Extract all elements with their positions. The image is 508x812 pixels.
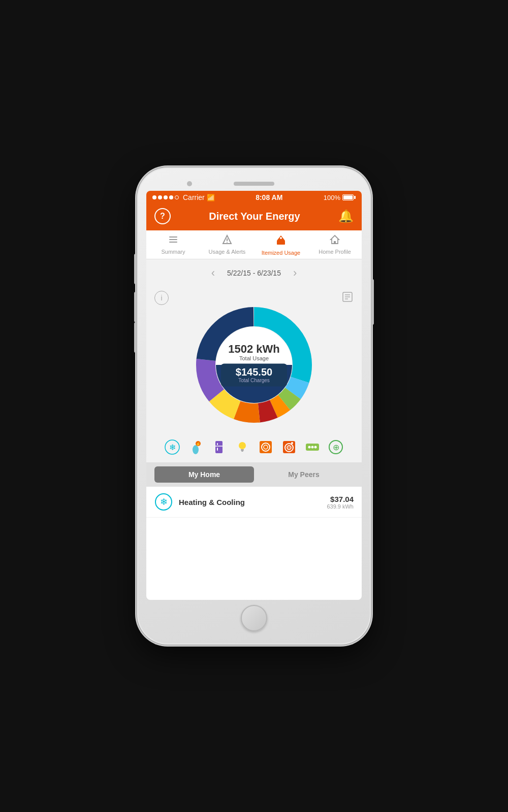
phone-screen: Carrier 📶 8:08 AM 100% ? Direct Your Ene… xyxy=(146,191,362,600)
tab-itemized-usage[interactable]: Itemized Usage xyxy=(254,230,308,259)
category-water-heater-icon[interactable]: ⚡ xyxy=(186,438,205,456)
total-dollars: $145.50 xyxy=(226,367,282,378)
my-home-tab[interactable]: My Home xyxy=(154,466,254,483)
battery-body xyxy=(342,194,354,200)
signal-dot-4 xyxy=(169,195,173,199)
donut-chart: 1502 kWh Total Usage $145.50 Total Charg… xyxy=(193,304,315,426)
signal-dot-5 xyxy=(175,195,179,199)
list-item-label: Heating & Cooling xyxy=(179,498,327,506)
prev-date-button[interactable]: ‹ xyxy=(207,264,219,282)
heating-cooling-icon: ❄ xyxy=(154,493,173,511)
home-button[interactable] xyxy=(241,605,267,631)
tab-summary-label: Summary xyxy=(161,249,185,255)
nav-tabs: Summary Usage & Alerts xyxy=(146,230,362,259)
notification-bell-button[interactable]: 🔔 xyxy=(338,209,354,223)
report-button[interactable] xyxy=(341,291,354,306)
battery-percent: 100% xyxy=(324,194,340,201)
category-ac-icon[interactable]: ❄ xyxy=(163,438,181,456)
itemized-usage-icon xyxy=(275,234,287,248)
info-button[interactable]: i xyxy=(154,291,169,305)
tab-home-profile-label: Home Profile xyxy=(319,249,351,255)
category-refrigerator-icon[interactable] xyxy=(210,438,228,456)
svg-point-48 xyxy=(311,446,314,449)
signal-dots xyxy=(152,195,179,199)
category-washer-icon[interactable] xyxy=(280,438,298,456)
summary-icon xyxy=(168,234,178,247)
phone-device: Carrier 📶 8:08 AM 100% ? Direct Your Ene… xyxy=(137,167,371,645)
svg-point-45 xyxy=(291,442,293,444)
next-date-button[interactable]: › xyxy=(289,264,301,282)
category-dryer-icon[interactable] xyxy=(257,438,275,456)
svg-point-8 xyxy=(280,237,282,239)
list-item-kwh: 639.9 kWh xyxy=(327,503,354,510)
total-kwh: 1502 kWh xyxy=(221,343,287,355)
usage-alerts-icon xyxy=(222,234,232,247)
total-usage-label: Total Usage xyxy=(221,356,287,362)
tab-itemized-label: Itemized Usage xyxy=(262,250,300,256)
svg-rect-10 xyxy=(334,241,336,244)
svg-point-5 xyxy=(227,242,228,243)
svg-text:❄: ❄ xyxy=(160,497,168,507)
svg-rect-34 xyxy=(217,443,218,445)
comparison-tabs: My Home My Peers xyxy=(146,462,362,487)
list-item-dollars: $37.04 xyxy=(327,495,354,503)
svg-point-49 xyxy=(314,446,317,449)
carrier-label: Carrier xyxy=(183,193,205,201)
svg-text:⊕: ⊕ xyxy=(333,443,339,452)
category-smart-strip-icon[interactable] xyxy=(303,438,322,456)
svg-text:⚡: ⚡ xyxy=(196,442,201,447)
list-item-value: $37.04 639.9 kWh xyxy=(327,495,354,510)
phone-camera xyxy=(187,181,192,186)
chart-area: i xyxy=(146,287,362,434)
date-range-bar: ‹ 5/22/15 - 6/23/15 › xyxy=(146,259,362,287)
signal-dot-2 xyxy=(158,195,162,199)
tab-home-profile[interactable]: Home Profile xyxy=(308,230,362,259)
total-charges-box: $145.50 Total Charges xyxy=(221,364,287,387)
phone-top-bar xyxy=(146,177,362,191)
category-ev-charger-icon[interactable]: ⊕ xyxy=(327,438,345,456)
status-bar: Carrier 📶 8:08 AM 100% xyxy=(146,191,362,204)
category-icons-row: ❄ ⚡ xyxy=(146,434,362,462)
app-header: ? Direct Your Energy 🔔 xyxy=(146,204,362,230)
svg-text:❄: ❄ xyxy=(169,443,176,452)
tab-usage-alerts[interactable]: Usage & Alerts xyxy=(200,230,254,259)
my-peers-tab[interactable]: My Peers xyxy=(254,466,354,483)
itemized-list: ❄ Heating & Cooling $37.04 639.9 kWh xyxy=(146,487,362,600)
svg-rect-38 xyxy=(241,451,243,452)
wifi-icon: 📶 xyxy=(207,194,215,201)
donut-center: 1502 kWh Total Usage $145.50 Total Charg… xyxy=(221,343,287,386)
svg-rect-2 xyxy=(169,242,177,243)
svg-rect-0 xyxy=(169,236,177,238)
signal-dot-1 xyxy=(152,195,156,199)
status-left: Carrier 📶 xyxy=(152,193,215,201)
battery-tip xyxy=(354,196,356,199)
battery-icon xyxy=(342,194,356,200)
category-lighting-icon[interactable] xyxy=(233,438,251,456)
svg-rect-37 xyxy=(241,449,244,451)
tab-usage-alerts-label: Usage & Alerts xyxy=(209,249,246,255)
status-right: 100% xyxy=(324,194,356,201)
tab-summary[interactable]: Summary xyxy=(146,230,200,259)
total-charges-label: Total Charges xyxy=(226,378,282,384)
svg-rect-32 xyxy=(215,441,223,453)
svg-point-36 xyxy=(239,442,246,449)
status-time: 8:08 AM xyxy=(256,193,282,201)
help-button[interactable]: ? xyxy=(154,208,171,224)
svg-rect-6 xyxy=(277,241,285,245)
svg-point-47 xyxy=(308,446,311,449)
svg-rect-1 xyxy=(169,239,177,240)
phone-speaker xyxy=(234,182,274,186)
svg-rect-35 xyxy=(217,448,218,451)
app-title: Direct Your Energy xyxy=(209,211,300,222)
battery-fill xyxy=(343,195,353,199)
date-range-text: 5/22/15 - 6/23/15 xyxy=(227,269,281,277)
list-item[interactable]: ❄ Heating & Cooling $37.04 639.9 kWh xyxy=(146,487,362,518)
signal-dot-3 xyxy=(164,195,168,199)
home-profile-icon xyxy=(330,234,340,247)
svg-point-44 xyxy=(287,446,291,450)
